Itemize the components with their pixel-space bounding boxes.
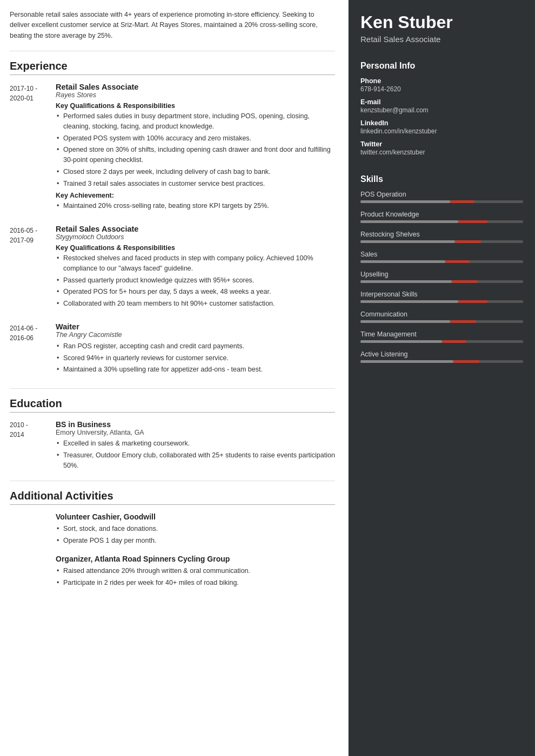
edu-bullets-list: Excelled in sales & marketing coursework… xyxy=(56,438,335,470)
exp-company: Rayes Stores xyxy=(56,91,335,99)
skill-bar-background xyxy=(360,200,523,203)
additional-title: Organizer, Atlanta Road Spinners Cycling… xyxy=(56,555,335,563)
skill-bar-fill xyxy=(360,200,450,203)
right-column: Ken Stuber Retail Sales Associate Person… xyxy=(349,0,535,756)
resume-layout: Personable retail sales associate with 4… xyxy=(0,0,535,756)
candidate-name: Ken Stuber xyxy=(360,12,523,32)
skill-bar-accent xyxy=(458,300,487,303)
responsibilities-list: Performed sales duties in busy departmen… xyxy=(56,111,335,188)
twitter-label: Twitter xyxy=(360,140,523,148)
skill-bar-background xyxy=(360,260,523,263)
list-item: Restocked shelves and faced products in … xyxy=(56,253,335,274)
experience-section-title: Experience xyxy=(10,60,335,75)
list-item: Opened store on 30% of shifts, including… xyxy=(56,145,335,165)
skill-bar-accent xyxy=(458,220,487,223)
skill-bar-accent xyxy=(452,280,478,283)
skill-name: POS Operation xyxy=(360,191,523,198)
education-entry: 2010 - 2014BS in BusinessEmory Universit… xyxy=(10,420,335,472)
skill-name: Restocking Shelves xyxy=(360,231,523,238)
skill-name: Product Knowledge xyxy=(360,211,523,218)
list-item: Excelled in sales & marketing coursework… xyxy=(56,438,335,449)
additional-bullets-list: Raised attendance 20% through written & … xyxy=(56,566,335,588)
skill-bar-accent xyxy=(453,360,479,363)
email-label: E-mail xyxy=(360,98,523,106)
skill-bar-fill xyxy=(360,300,458,303)
exp-company: Stygymoloch Outdoors xyxy=(56,233,335,241)
list-item: Operate POS 1 day per month. xyxy=(56,536,335,546)
phone-label: Phone xyxy=(360,77,523,85)
skill-bar-background xyxy=(360,340,523,343)
exp-title: Retail Sales Associate xyxy=(56,225,335,233)
exp-company: The Angry Cacomistle xyxy=(56,331,335,339)
skill-bar-fill xyxy=(360,360,453,363)
additional-title: Volunteer Cashier, Goodwill xyxy=(56,512,335,521)
list-item: Collaborated with 20 team members to hit… xyxy=(56,299,335,309)
email-value: kenzstuber@gmail.com xyxy=(360,106,523,114)
education-section-title: Education xyxy=(10,397,335,413)
skill-name: Time Management xyxy=(360,330,523,338)
skill-bar-accent xyxy=(445,260,470,263)
skill-item: POS Operation xyxy=(360,191,523,203)
list-item: Ran POS register, accepting cash and cre… xyxy=(56,341,335,352)
responsibilities-list: Ran POS register, accepting cash and cre… xyxy=(56,341,335,375)
list-item: Sort, stock, and face donations. xyxy=(56,524,335,534)
skills-container: POS OperationProduct KnowledgeRestocking… xyxy=(360,191,523,363)
skill-bar-background xyxy=(360,220,523,223)
candidate-job-title: Retail Sales Associate xyxy=(360,35,523,44)
exp-content: WaiterThe Angry CacomistleRan POS regist… xyxy=(56,322,335,376)
skill-item: Interpersonal Skills xyxy=(360,291,523,303)
skill-bar-accent xyxy=(450,320,476,323)
responsibilities-heading: Key Qualifications & Responsibilities xyxy=(56,102,335,110)
experience-entry: 2016-05 - 2017-09Retail Sales AssociateS… xyxy=(10,225,335,310)
skill-bar-background xyxy=(360,280,523,283)
achievement-heading: Key Achievement: xyxy=(56,192,335,199)
experience-entry: 2014-06 - 2016-06WaiterThe Angry Cacomis… xyxy=(10,322,335,376)
list-item: Closed store 2 days per week, including … xyxy=(56,167,335,177)
personal-info-section: Personal Info Phone 678-914-2620 E-mail … xyxy=(349,53,535,167)
skill-item: Time Management xyxy=(360,330,523,343)
additional-entry: Organizer, Atlanta Road Spinners Cycling… xyxy=(10,555,335,588)
list-item: Treasurer, Outdoor Emory club, collabora… xyxy=(56,450,335,471)
additional-section-title: Additional Activities xyxy=(10,490,335,505)
list-item: Raised attendance 20% through written & … xyxy=(56,566,335,576)
skill-bar-background xyxy=(360,300,523,303)
linkedin-value: linkedin.com/in/kenzstuber xyxy=(360,127,523,135)
skill-bar-background xyxy=(360,320,523,323)
skill-name: Sales xyxy=(360,251,523,258)
skill-bar-accent xyxy=(450,200,474,203)
twitter-value: twitter.com/kenzstuber xyxy=(360,148,523,156)
skill-bar-fill xyxy=(360,240,455,243)
responsibilities-heading: Key Qualifications & Responsibilities xyxy=(56,244,335,252)
skills-title: Skills xyxy=(360,174,523,184)
list-item: Operated POS system with 100% accuracy a… xyxy=(56,133,335,144)
skill-item: Communication xyxy=(360,310,523,323)
skill-name: Active Listening xyxy=(360,350,523,358)
education-container: 2010 - 2014BS in BusinessEmory Universit… xyxy=(10,420,335,472)
list-item: Participate in 2 rides per week for 40+ … xyxy=(56,578,335,588)
experience-container: 2017-10 - 2020-01Retail Sales AssociateR… xyxy=(10,83,335,376)
exp-date: 2014-06 - 2016-06 xyxy=(10,322,56,376)
skill-item: Upselling xyxy=(360,271,523,283)
list-item: Maintained 20% cross-selling rate, beati… xyxy=(56,201,335,211)
skill-bar-background xyxy=(360,240,523,243)
skill-name: Upselling xyxy=(360,271,523,278)
personal-info-title: Personal Info xyxy=(360,61,523,71)
list-item: Performed sales duties in busy departmen… xyxy=(56,111,335,132)
edu-institution: Emory University, Atlanta, GA xyxy=(56,429,335,436)
skill-bar-fill xyxy=(360,340,442,343)
exp-date: 2016-05 - 2017-09 xyxy=(10,225,56,310)
skill-bar-background xyxy=(360,360,523,363)
exp-content: Retail Sales AssociateRayes StoresKey Qu… xyxy=(56,83,335,213)
list-item: Maintained a 30% upselling rate for appe… xyxy=(56,364,335,375)
linkedin-label: LinkedIn xyxy=(360,119,523,127)
skill-name: Communication xyxy=(360,310,523,318)
skill-item: Sales xyxy=(360,251,523,263)
list-item: Operated POS for 5+ hours per day, 5 day… xyxy=(56,287,335,297)
additional-bullets-list: Sort, stock, and face donations.Operate … xyxy=(56,524,335,546)
summary-text: Personable retail sales associate with 4… xyxy=(10,10,335,41)
list-item: Trained 3 retail sales associates in cus… xyxy=(56,179,335,189)
list-item: Passed quarterly product knowledge quizz… xyxy=(56,275,335,286)
additional-entry: Volunteer Cashier, GoodwillSort, stock, … xyxy=(10,512,335,546)
skill-bar-fill xyxy=(360,260,445,263)
achievement-list: Maintained 20% cross-selling rate, beati… xyxy=(56,201,335,211)
